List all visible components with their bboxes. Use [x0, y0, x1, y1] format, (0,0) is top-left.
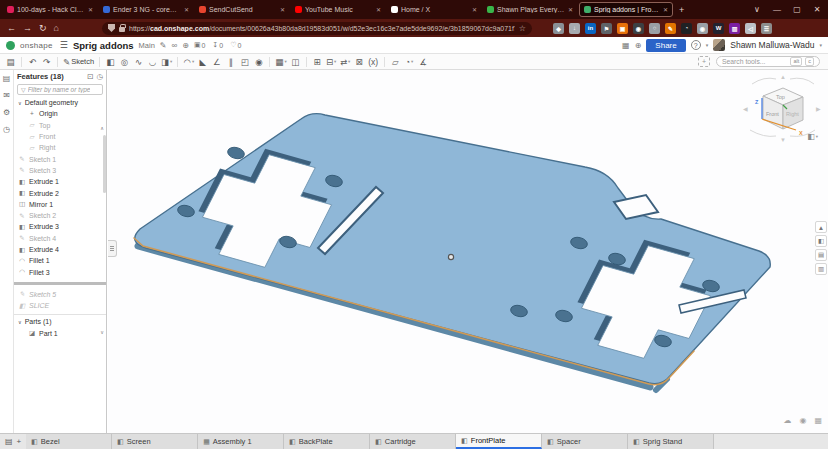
- feature-filter-input[interactable]: ▽ Filter by name or type: [17, 84, 103, 95]
- doc-tab-cartridge[interactable]: ◧Cartridge: [370, 434, 456, 449]
- comments-panel-icon[interactable]: ✉: [3, 91, 10, 100]
- browser-tab[interactable]: Shawn Plays Every Sprig Game✕: [483, 2, 577, 17]
- user-name[interactable]: Shawn Malluwa-Wadu: [730, 40, 814, 50]
- configurations-panel-icon[interactable]: ⚙: [3, 108, 10, 117]
- scrollbar-thumb[interactable]: [103, 135, 106, 193]
- feature-row[interactable]: ◫Mirror 1: [14, 199, 106, 210]
- scroll-up-icon[interactable]: ∧: [100, 125, 104, 131]
- feature-row[interactable]: ✎Sketch 1: [14, 153, 106, 164]
- camera-icon[interactable]: ◉: [633, 23, 644, 34]
- document-menu-icon[interactable]: ☰: [60, 40, 68, 50]
- sweep-icon[interactable]: ∿: [132, 57, 145, 67]
- rotate-arc-icon[interactable]: [790, 78, 814, 84]
- cube-label-front[interactable]: Front: [766, 111, 779, 117]
- rib-icon[interactable]: ∥: [224, 57, 237, 67]
- feature-row[interactable]: +Origin: [14, 108, 106, 119]
- part-canvas[interactable]: [108, 70, 828, 433]
- thicken-icon[interactable]: ◨▾: [160, 57, 173, 67]
- search-tools-input[interactable]: Search tools... alt c: [716, 56, 820, 67]
- clock-extension-icon[interactable]: ◔: [681, 23, 692, 34]
- tab-close-icon[interactable]: ✕: [88, 6, 93, 13]
- search-extension-icon[interactable]: ○: [649, 23, 660, 34]
- palette-icon[interactable]: ▣: [617, 23, 628, 34]
- feature-row[interactable]: ▱Top: [14, 120, 106, 131]
- tab-close-icon[interactable]: ✕: [472, 6, 477, 13]
- feature-row[interactable]: ✎Sketch 3: [14, 165, 106, 176]
- feature-row[interactable]: ◠Fillet 1: [14, 255, 106, 266]
- mirror-icon[interactable]: ◫: [289, 57, 302, 67]
- measure-icon[interactable]: ∡: [417, 57, 430, 67]
- forward-icon[interactable]: →: [23, 23, 32, 33]
- help-grid-icon[interactable]: ▦: [814, 416, 822, 425]
- snapshot-icon[interactable]: ◉: [799, 416, 806, 425]
- split-icon[interactable]: ⊟▾: [325, 57, 338, 67]
- sketch-icon[interactable]: ✎Sketch: [62, 57, 95, 67]
- configuration-panel-icon[interactable]: ◧: [815, 235, 827, 247]
- rotate-left-icon[interactable]: ◀: [743, 106, 748, 112]
- globe2-icon[interactable]: ⊕: [635, 41, 642, 50]
- extrude-icon[interactable]: ◧: [104, 57, 117, 67]
- linkedin-icon[interactable]: in: [585, 23, 596, 34]
- doc-tab-screen[interactable]: ◧Screen: [112, 434, 198, 449]
- loft-icon[interactable]: ◡: [146, 57, 159, 67]
- bookmark-star-icon[interactable]: ☆: [519, 24, 526, 33]
- feature-row[interactable]: ◧Extrude 3: [14, 221, 106, 232]
- feature-row[interactable]: ▱Front: [14, 131, 106, 142]
- user-menu-caret-icon[interactable]: ▾: [819, 42, 822, 48]
- menu-extension-icon[interactable]: ☰: [761, 23, 772, 34]
- chevron-down-icon[interactable]: ∨: [18, 100, 22, 106]
- doc-tab-frontplate[interactable]: ◧FrontPlate: [456, 434, 542, 449]
- rotate-arc-icon[interactable]: [752, 78, 776, 84]
- render-panel-icon[interactable]: ▲: [815, 221, 827, 233]
- feature-row[interactable]: ◧Extrude 4: [14, 244, 106, 255]
- panel-resize-handle[interactable]: [108, 240, 117, 257]
- feature-row[interactable]: ◧SLICE: [14, 300, 106, 311]
- globe-icon[interactable]: ⊕: [182, 41, 189, 50]
- tab-close-icon[interactable]: ✕: [663, 6, 668, 13]
- doc-tab-sprig-stand[interactable]: ◧Sprig Stand: [628, 434, 714, 449]
- tab-close-icon[interactable]: ✕: [184, 6, 189, 13]
- apps-grid-icon[interactable]: ▦: [622, 41, 630, 50]
- feature-row[interactable]: ◧Extrude 2: [14, 187, 106, 198]
- boolean-icon[interactable]: ⊞: [311, 57, 324, 67]
- share-button[interactable]: Share: [646, 39, 685, 52]
- doc-tab-assembly-1[interactable]: ▦Assembly 1: [198, 434, 284, 449]
- transform-icon[interactable]: ⇄▾: [339, 57, 352, 67]
- back-icon[interactable]: ←: [7, 23, 16, 33]
- browser-tab[interactable]: Home / X✕: [387, 2, 481, 17]
- feature-row[interactable]: ✎Sketch 4: [14, 233, 106, 244]
- help-icon[interactable]: ?: [691, 40, 701, 50]
- browser-tab[interactable]: 100-days - Hack Club - Slack✕: [3, 2, 97, 17]
- feedback-cloud-icon[interactable]: ☁: [783, 416, 791, 425]
- rollback-bar[interactable]: [14, 282, 106, 285]
- graphics-viewport[interactable]: ▲ ▼ ◀ ▶ Top Front Right Z X ◧▾ ▲◧▤▥ ☁◉▦: [108, 70, 828, 433]
- shield-icon[interactable]: [108, 24, 115, 32]
- rotate-right-icon[interactable]: ▶: [816, 106, 821, 112]
- feature-row[interactable]: ◠Fillet 3: [14, 266, 106, 277]
- speaker-icon[interactable]: ◁: [745, 23, 756, 34]
- hole-icon[interactable]: ◉: [252, 57, 265, 67]
- fillet-icon[interactable]: ◠▾: [182, 57, 195, 67]
- help-caret-icon[interactable]: ▾: [706, 42, 709, 48]
- workspace-name[interactable]: Main: [139, 41, 155, 50]
- feature-row[interactable]: ▱Right: [14, 142, 106, 153]
- linear-pattern-icon[interactable]: ▦▾: [274, 57, 287, 67]
- tab-close-icon[interactable]: ✕: [376, 6, 381, 13]
- browser-tab[interactable]: Sprig addons | FrontPlate✕: [579, 2, 673, 17]
- variables-panel-icon[interactable]: ▥: [815, 263, 827, 275]
- download-icon[interactable]: ↓: [569, 23, 580, 34]
- surface-icon[interactable]: ◔▾: [403, 57, 416, 67]
- tab-manager-icon[interactable]: ▤: [5, 437, 13, 446]
- draft-icon[interactable]: ∠: [210, 57, 223, 67]
- user-avatar[interactable]: [713, 39, 725, 51]
- rotate-up-icon[interactable]: ▲: [780, 74, 786, 80]
- tab-overflow-icon[interactable]: ∨: [748, 0, 766, 19]
- crop-icon[interactable]: ⊡: [87, 72, 93, 81]
- revolve-icon[interactable]: ◎: [118, 57, 131, 67]
- redo-icon[interactable]: ↷: [40, 57, 53, 67]
- doc-tab-bezel[interactable]: ◧Bezel: [26, 434, 112, 449]
- chamfer-icon[interactable]: ◣: [196, 57, 209, 67]
- bom-panel-icon[interactable]: ▤: [815, 249, 827, 261]
- followers-count[interactable]: ↧0: [212, 41, 223, 49]
- maximize-button[interactable]: ▢: [788, 0, 806, 19]
